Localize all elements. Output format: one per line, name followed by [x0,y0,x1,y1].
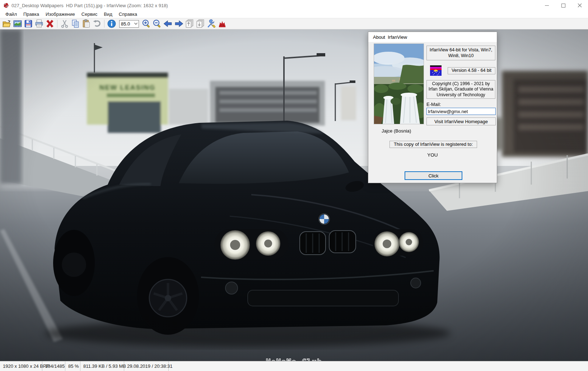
about-dialog-titlebar[interactable]: About IrfanView [368,32,497,42]
bmw-photo-canvas: NEW LEASING [0,29,588,361]
tools-icon [206,19,216,28]
image-viewport[interactable]: NEW LEASING [0,29,588,361]
print-button[interactable] [34,19,45,29]
toolbar [0,18,588,29]
slideshow-icon [13,19,22,28]
titlebar[interactable]: 027_Desktop Wallpapers HD Part (151).jpg… [0,0,588,11]
watermark: NoNaMe-Club [266,357,322,361]
print-icon [34,19,44,28]
status-file-size: 811.39 KB / 5.93 MB [80,361,124,371]
delete-button[interactable] [45,19,55,29]
visit-homepage-button[interactable]: Visit IrfanView Homepage [426,117,496,125]
undo-button[interactable] [92,19,102,29]
irfanview-window: 027_Desktop Wallpapers HD Part (151).jpg… [0,0,588,371]
paste-button[interactable] [81,19,92,29]
exit-button[interactable] [216,19,227,29]
exit-red-cat-icon [217,19,227,28]
delete-x-icon [45,19,55,28]
maximize-icon [561,4,565,8]
zoom-input[interactable] [120,21,133,27]
minimize-icon [545,4,549,8]
menu-edit[interactable]: Правка [20,11,42,18]
version-box: Version 4.58 - 64 bit [448,67,495,74]
arrow-left-icon [163,19,173,28]
close-button[interactable] [571,0,588,11]
menu-help[interactable]: Справка [116,11,140,18]
zoom-in-button[interactable] [141,19,152,29]
toolbar-separator [104,20,104,28]
menu-view[interactable]: Вид [101,11,116,18]
info-button[interactable] [106,19,117,29]
first-file-button[interactable] [184,19,195,29]
close-icon [578,3,582,8]
save-button[interactable] [23,19,34,29]
minimize-button[interactable] [538,0,555,11]
menu-image[interactable]: Изображение [42,11,78,18]
registered-to: YOU [368,152,497,158]
toolbar-separator [57,20,57,28]
pages-down-icon [196,19,205,28]
zoom-combobox[interactable] [119,20,139,28]
copy-button[interactable] [70,19,81,29]
arrow-right-icon [174,19,183,28]
irfanview-logo [430,65,442,76]
previous-file-button[interactable] [163,19,173,29]
status-file-datetime: 29.08.2019 / 20:38:31 [124,361,169,371]
cut-scissors-icon [60,19,69,28]
registered-box: This copy of IrfanView is registered to: [389,141,477,148]
email-label: E-Mail: [426,102,441,107]
menubar: Файл Правка Изображение Сервис Вид Справ… [0,11,588,18]
chevron-down-icon[interactable] [133,20,139,27]
irfanview-app-icon [3,2,9,9]
photo-caption: Jajce (Bosnia) [382,128,411,134]
email-input[interactable] [426,108,496,115]
zoom-out-button[interactable] [152,19,163,29]
status-image-dimensions: 1920 x 1080 x 24 BPP [0,361,42,371]
zoom-out-icon [153,19,162,28]
save-icon [24,19,33,28]
next-file-button[interactable] [173,19,184,29]
window-controls [538,0,588,11]
about-dialog-title: About IrfanView [373,34,407,40]
pages-up-icon [185,19,194,28]
maximize-button[interactable] [555,0,571,11]
zoom-in-icon [142,19,151,28]
cut-button[interactable] [59,19,70,29]
window-title: 027_Desktop Wallpapers HD Part (151).jpg… [11,3,538,8]
menu-options[interactable]: Сервис [78,11,101,18]
undo-arrow-icon [92,19,102,28]
about-dialog: About IrfanView [368,32,497,183]
product-info-box: IrfanView 64-bit for Vista, Win7, Win8, … [426,46,495,60]
copyright-box: Copyright (C) 1996 - 2021 by Irfan Skilj… [426,80,495,99]
slideshow-button[interactable] [12,19,23,29]
status-file-index: 234/1485 [42,361,65,371]
info-icon [107,19,116,28]
jajce-waterfall-photo [374,43,424,124]
status-zoom-percent: 85 % [65,361,80,371]
options-button[interactable] [206,19,216,29]
open-folder-icon [2,19,11,28]
open-button[interactable] [1,19,12,29]
click-button[interactable]: Click [405,171,462,180]
menu-file[interactable]: Файл [2,11,20,18]
statusbar: 1920 x 1080 x 24 BPP 234/1485 85 % 811.3… [0,361,588,371]
last-file-button[interactable] [195,19,206,29]
paste-clipboard-icon [81,19,91,28]
copy-icon [71,19,80,28]
